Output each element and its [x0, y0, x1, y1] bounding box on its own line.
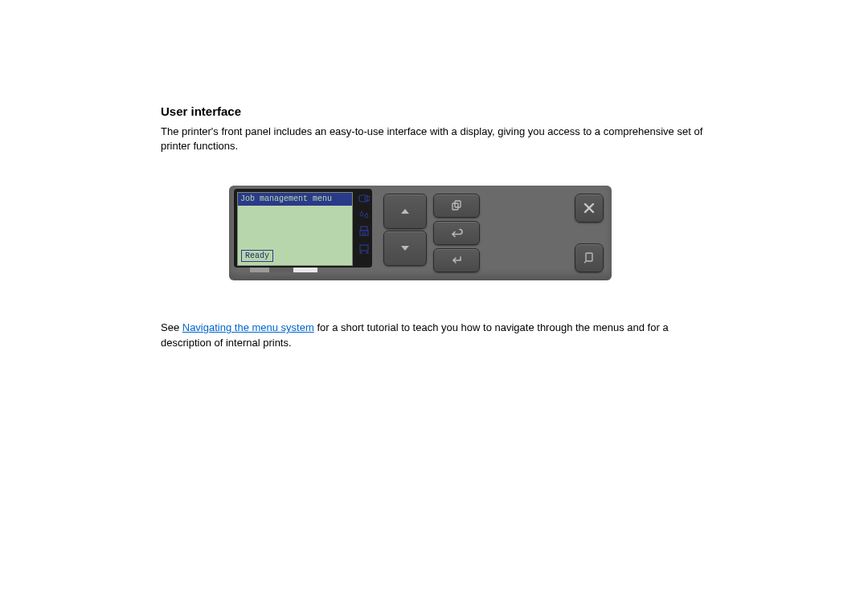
front-panel-figure: Job management menu Ready [229, 186, 707, 280]
navigating-menu-link[interactable]: Navigating the menu system [182, 321, 314, 333]
nav-button-column [383, 194, 427, 266]
form-feed-button[interactable] [575, 243, 604, 272]
paper-roll-icon [358, 194, 370, 203]
footer-text-pre: See [161, 321, 182, 333]
action-button-column [433, 194, 480, 272]
section-heading: User interface [161, 104, 707, 118]
svg-marker-12 [401, 209, 409, 214]
ink-drops-icon [358, 210, 370, 219]
down-button[interactable] [383, 231, 427, 266]
svg-rect-18 [586, 253, 592, 261]
svg-rect-7 [360, 245, 368, 251]
svg-rect-2 [361, 227, 367, 231]
form-feed-icon [583, 251, 596, 264]
enter-button[interactable] [433, 248, 480, 272]
cancel-button[interactable] [575, 194, 604, 223]
printhead-icon [358, 226, 370, 237]
tab-indicator-4 [317, 268, 354, 272]
footer-paragraph: See Navigating the menu system for a sho… [161, 321, 707, 349]
up-button[interactable] [383, 194, 427, 229]
back-arrow-icon [450, 228, 463, 238]
copy-button[interactable] [433, 194, 480, 218]
lcd-side-icons [358, 194, 371, 255]
lcd-screen: Job management menu Ready [237, 192, 353, 266]
lcd-housing: Job management menu Ready [234, 189, 372, 268]
close-icon [583, 202, 596, 215]
svg-marker-13 [401, 246, 409, 251]
right-button-column [575, 194, 604, 272]
lcd-menu-title: Job management menu [238, 193, 352, 206]
triangle-up-icon [400, 208, 410, 215]
lcd-bottom-tabs [250, 268, 354, 272]
triangle-down-icon [400, 245, 410, 251]
enter-icon [450, 255, 463, 265]
printer-icon [358, 243, 370, 255]
tab-indicator-1 [250, 268, 269, 272]
intro-paragraph: The printer's front panel includes an ea… [161, 125, 707, 153]
copy-icon [451, 200, 462, 211]
printer-front-panel: Job management menu Ready [229, 186, 612, 280]
tab-indicator-2 [269, 268, 293, 272]
back-button[interactable] [433, 221, 480, 245]
tab-indicator-3 [293, 268, 317, 272]
lcd-status-label: Ready [241, 250, 273, 262]
